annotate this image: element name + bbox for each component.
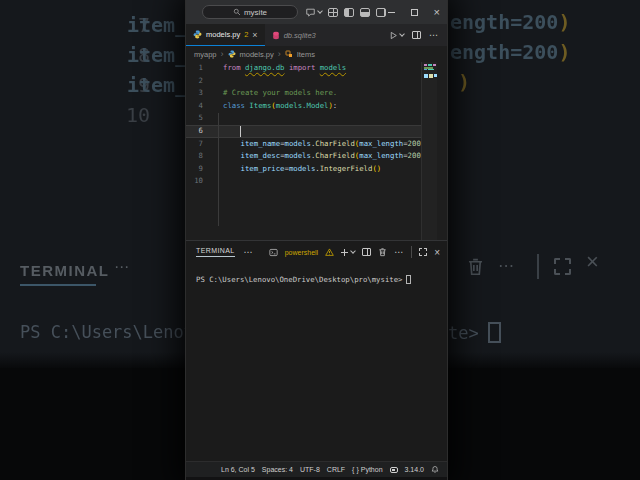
line-number[interactable]: 4 (186, 100, 203, 113)
line-number[interactable]: 6 (186, 125, 203, 138)
code-line[interactable]: item_desc=models.CharField(max_length=20… (223, 150, 421, 163)
terminal-body[interactable]: PS C:\Users\Lenovo\OneDrive\Desktop\pro\… (196, 275, 441, 284)
breadcrumb-file[interactable]: models.py (240, 50, 274, 59)
code-line[interactable]: # Create your models here. (223, 87, 421, 100)
chat-button[interactable] (305, 7, 322, 17)
code-line[interactable] (223, 112, 421, 125)
terminal-panel: TERMINAL ⋯ powershell ⋯ × (186, 240, 447, 461)
line-number[interactable]: 2 (186, 75, 203, 88)
bell-icon[interactable] (431, 465, 439, 474)
toggle-panel-icon[interactable] (360, 8, 370, 17)
shell-name[interactable]: powershell (285, 249, 318, 256)
more-actions-icon[interactable]: ⋯ (429, 30, 439, 40)
close-window-button[interactable]: × (434, 9, 440, 16)
indentation[interactable]: Spaces: 4 (262, 466, 293, 473)
cursor-position[interactable]: Ln 6, Col 5 (221, 466, 255, 473)
editor-tab-bar: models.py 2 × db.sqlite3 ⋯ (186, 24, 447, 46)
breadcrumb-symbol[interactable]: Items (297, 50, 315, 59)
tab-models-py[interactable]: models.py 2 × (186, 24, 265, 46)
tab-db-sqlite3[interactable]: db.sqlite3 (265, 24, 323, 46)
line-number[interactable]: 10 (186, 175, 203, 188)
run-python-button[interactable] (389, 31, 404, 40)
terminal-tab[interactable]: TERMINAL (196, 247, 235, 257)
code-editor[interactable]: 12345678910 from django.db import models… (186, 62, 447, 240)
close-panel-icon[interactable]: × (434, 247, 440, 258)
code-line[interactable] (223, 125, 421, 138)
code-line[interactable]: item_name=models.CharField(max_length=20… (223, 138, 421, 151)
code-line[interactable]: class Items(models.Model): (223, 100, 421, 113)
language-mode[interactable]: { } Python (352, 466, 382, 473)
class-symbol-icon (285, 50, 293, 58)
bg-terminal-underline (20, 284, 96, 286)
terminal-more-actions-icon[interactable]: ⋯ (394, 247, 404, 257)
eol-sequence[interactable]: CRLF (327, 466, 345, 473)
chevron-down-icon (399, 31, 405, 37)
customize-layout-icon[interactable] (328, 8, 338, 17)
maximize-panel-icon[interactable] (419, 248, 427, 256)
line-number[interactable]: 5 (186, 112, 203, 125)
code-line[interactable] (223, 75, 421, 88)
tab-close-button[interactable]: × (252, 30, 257, 40)
line-number[interactable]: 8 (186, 150, 203, 163)
warning-icon (325, 248, 334, 256)
code-line[interactable] (223, 175, 421, 188)
database-icon (272, 31, 280, 40)
chevron-down-icon[interactable] (350, 248, 356, 254)
vscode-window: mysite × models.py 2 × (185, 0, 448, 480)
encoding[interactable]: UTF-8 (300, 466, 320, 473)
search-icon (233, 8, 241, 16)
python-icon (193, 30, 202, 39)
minimize-button[interactable] (388, 12, 395, 13)
search-value: mysite (244, 8, 267, 17)
terminal-actions: powershell ⋯ × (269, 246, 447, 258)
kill-terminal-icon[interactable] (378, 247, 387, 257)
python-version[interactable]: 3.14.0 (405, 466, 424, 473)
split-terminal-icon[interactable] (362, 248, 371, 256)
bg-terminal-cursor (488, 322, 501, 343)
breadcrumb-separator: › (278, 49, 281, 59)
editor-gutter[interactable]: 12345678910 (186, 62, 208, 188)
toggle-sidebar-right-icon[interactable] (376, 8, 386, 17)
braces-icon: { } (352, 466, 359, 473)
tab-label: models.py (206, 30, 240, 39)
bg-more-icon-2: ⋯ (498, 256, 514, 275)
minimap[interactable] (421, 62, 437, 240)
terminal-prompt: PS C:\Users\Lenovo\OneDrive\Desktop\pro\… (196, 275, 402, 284)
tab-label: db.sqlite3 (284, 31, 316, 40)
editor-code[interactable]: from django.db import models# Create you… (223, 62, 421, 188)
breadcrumb-folder[interactable]: myapp (194, 50, 217, 59)
line-number[interactable]: 7 (186, 138, 203, 151)
minimap-mark (424, 77, 433, 79)
bg-code-right-line2: ength=200) (450, 40, 570, 64)
tab-problems-badge: 2 (244, 30, 248, 39)
bg-more-icon: ⋯ (114, 258, 129, 276)
layout-controls (322, 8, 386, 17)
python-icon (228, 50, 236, 58)
status-bar: Ln 6, Col 5 Spaces: 4 UTF-8 CRLF { } Pyt… (186, 461, 447, 477)
breadcrumb: myapp › models.py › Items (186, 46, 447, 62)
split-editor-icon[interactable] (412, 31, 421, 39)
code-line[interactable]: item_price=models.IntegerField() (223, 163, 421, 176)
indent-guide (218, 113, 219, 226)
editor-actions: ⋯ (389, 24, 447, 46)
toggle-sidebar-left-icon[interactable] (344, 8, 354, 17)
line-number[interactable]: 3 (186, 87, 203, 100)
copilot-icon[interactable] (390, 467, 398, 473)
code-line[interactable]: from django.db import models (223, 62, 421, 75)
maximize-button[interactable] (411, 9, 418, 16)
editor-scrollbar[interactable] (437, 62, 447, 240)
terminal-more-icon[interactable]: ⋯ (244, 247, 254, 257)
breadcrumb-separator: › (221, 49, 224, 59)
bg-code-right-line1: ength=200) (450, 10, 570, 34)
new-terminal-button[interactable] (341, 249, 348, 256)
line-number[interactable]: 9 (186, 163, 203, 176)
window-controls: × (388, 9, 447, 16)
bg-prompt-left: PS C:\Users\Lenov (20, 322, 194, 342)
bg-maximize-icon (554, 258, 571, 275)
title-bar: mysite × (186, 0, 447, 24)
line-number[interactable]: 1 (186, 62, 203, 75)
bg-terminal-label: TERMINAL (20, 262, 110, 279)
divider (411, 246, 412, 258)
play-icon (389, 31, 398, 40)
command-center-search[interactable]: mysite (202, 5, 298, 19)
